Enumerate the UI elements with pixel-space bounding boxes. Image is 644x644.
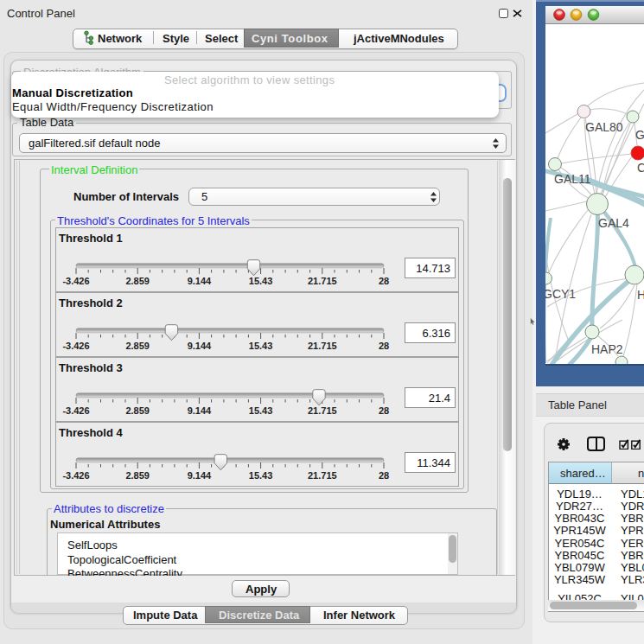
svg-text:HAP2: HAP2: [591, 342, 623, 356]
svg-text:15.43: 15.43: [249, 276, 273, 286]
svg-text:2.859: 2.859: [125, 405, 150, 416]
svg-text:28: 28: [379, 276, 389, 286]
svg-text:GA: GA: [635, 128, 644, 142]
svg-text:28: 28: [379, 405, 389, 416]
svg-text:15.43: 15.43: [249, 470, 273, 481]
svg-text:-3.426: -3.426: [62, 341, 89, 351]
svg-text:9.144: 9.144: [188, 470, 212, 481]
svg-text:9.144: 9.144: [188, 405, 212, 416]
svg-text:28: 28: [379, 470, 389, 481]
svg-text:2.859: 2.859: [125, 341, 150, 351]
svg-text:-3.426: -3.426: [62, 470, 89, 481]
svg-text:21.715: 21.715: [308, 470, 337, 481]
svg-text:GAL11: GAL11: [554, 172, 591, 186]
svg-text:H: H: [637, 288, 644, 302]
svg-text:C: C: [637, 161, 644, 175]
svg-text:2.859: 2.859: [125, 470, 150, 481]
svg-text:GAL80: GAL80: [585, 120, 623, 134]
svg-text:-3.426: -3.426: [62, 405, 89, 416]
svg-text:2.859: 2.859: [125, 276, 150, 286]
svg-text:21.715: 21.715: [308, 276, 337, 286]
svg-text:-3.426: -3.426: [62, 276, 89, 286]
svg-text:GAL4: GAL4: [598, 216, 629, 230]
svg-text:21.715: 21.715: [308, 405, 337, 416]
svg-text:15.43: 15.43: [249, 341, 273, 351]
svg-text:28: 28: [379, 341, 389, 351]
svg-text:9.144: 9.144: [188, 276, 212, 286]
svg-text:15.43: 15.43: [249, 405, 273, 416]
svg-text:9.144: 9.144: [188, 341, 212, 351]
svg-text:GCY1: GCY1: [545, 287, 576, 301]
svg-text:21.715: 21.715: [308, 341, 337, 351]
